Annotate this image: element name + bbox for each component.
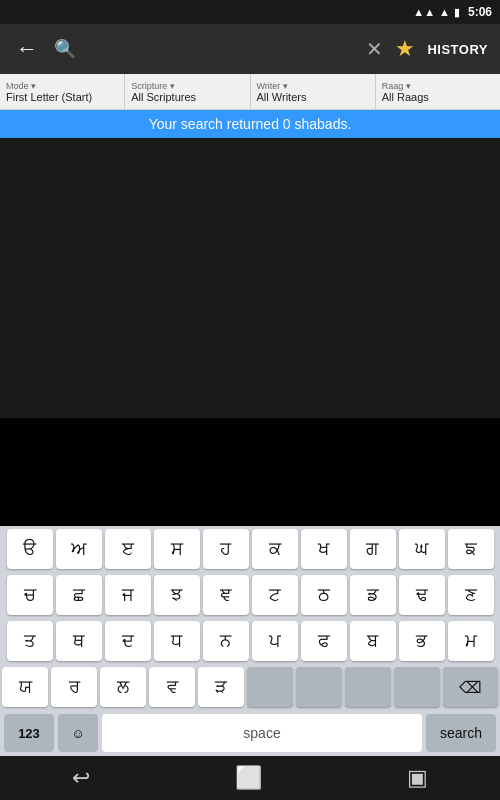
- filter-scripture-value: All Scriptures: [131, 91, 243, 103]
- key-21[interactable]: ਥ: [56, 621, 102, 661]
- status-bar: ▲▲ ▲ ▮ 5:06: [0, 0, 500, 24]
- key-13[interactable]: ਝ: [154, 575, 200, 615]
- key-0[interactable]: ੳ: [7, 529, 53, 569]
- nav-bar: ↩ ⬜ ▣: [0, 756, 500, 800]
- key-33[interactable]: ਵ: [149, 667, 195, 707]
- key-22[interactable]: ਦ: [105, 621, 151, 661]
- search-icon: 🔍: [54, 38, 76, 60]
- history-button[interactable]: HISTORY: [427, 42, 488, 57]
- keyboard-row-1: ੳ ਅ ੲ ਸ ਹ ਕ ਖ ਗ ਘ ਙ: [0, 526, 500, 572]
- status-time: 5:06: [468, 5, 492, 19]
- key-17[interactable]: ਡ: [350, 575, 396, 615]
- key-19[interactable]: ਣ: [448, 575, 494, 615]
- filter-scripture[interactable]: Scripture ▾ All Scriptures: [125, 74, 250, 109]
- filter-writer[interactable]: Writer ▾ All Writers: [251, 74, 376, 109]
- key-29[interactable]: ਮ: [448, 621, 494, 661]
- key-4[interactable]: ਹ: [203, 529, 249, 569]
- key-26[interactable]: ਫ: [301, 621, 347, 661]
- back-button[interactable]: ←: [12, 32, 42, 66]
- key-23[interactable]: ਧ: [154, 621, 200, 661]
- key-34[interactable]: ੜ: [198, 667, 244, 707]
- key-6[interactable]: ਖ: [301, 529, 347, 569]
- filter-raag-value: All Raags: [382, 91, 494, 103]
- numeric-key[interactable]: 123: [4, 714, 54, 752]
- nav-home-button[interactable]: ⬜: [219, 759, 278, 797]
- key-14[interactable]: ਞ: [203, 575, 249, 615]
- key-24[interactable]: ਨ: [203, 621, 249, 661]
- key-3[interactable]: ਸ: [154, 529, 200, 569]
- nav-back-button[interactable]: ↩: [56, 759, 106, 797]
- key-16[interactable]: ਠ: [301, 575, 347, 615]
- key-8[interactable]: ਘ: [399, 529, 445, 569]
- filter-mode[interactable]: Mode ▾ First Letter (Start): [0, 74, 125, 109]
- key-blank-1: [247, 667, 293, 707]
- special-key[interactable]: ☺: [58, 714, 98, 752]
- key-28[interactable]: ਭ: [399, 621, 445, 661]
- key-10[interactable]: ਚ: [7, 575, 53, 615]
- search-bar: ← 🔍 ✕ ★ HISTORY: [0, 24, 500, 74]
- filter-raag-label: Raag ▾: [382, 81, 494, 91]
- key-31[interactable]: ਰ: [51, 667, 97, 707]
- filter-writer-label: Writer ▾: [257, 81, 369, 91]
- nav-recent-button[interactable]: ▣: [391, 759, 444, 797]
- signal-icon: ▲▲: [413, 6, 435, 18]
- key-7[interactable]: ਗ: [350, 529, 396, 569]
- key-9[interactable]: ਙ: [448, 529, 494, 569]
- keyboard: ੳ ਅ ੲ ਸ ਹ ਕ ਖ ਗ ਘ ਙ ਚ ਛ ਜ ਝ ਞ ਟ ਠ ਡ ਢ ਣ …: [0, 526, 500, 756]
- filter-scripture-label: Scripture ▾: [131, 81, 243, 91]
- filter-mode-value: First Letter (Start): [6, 91, 118, 103]
- key-blank-3: [345, 667, 391, 707]
- key-blank-2: [296, 667, 342, 707]
- key-25[interactable]: ਪ: [252, 621, 298, 661]
- key-32[interactable]: ਲ: [100, 667, 146, 707]
- filter-writer-value: All Writers: [257, 91, 369, 103]
- key-27[interactable]: ਬ: [350, 621, 396, 661]
- key-blank-4: [394, 667, 440, 707]
- key-11[interactable]: ਛ: [56, 575, 102, 615]
- filter-mode-label: Mode ▾: [6, 81, 118, 91]
- keyboard-row-4: ਯ ਰ ਲ ਵ ੜ ⌫: [0, 664, 500, 710]
- battery-icon: ▮: [454, 6, 460, 19]
- filter-row: Mode ▾ First Letter (Start) Scripture ▾ …: [0, 74, 500, 110]
- main-content: [0, 138, 500, 418]
- keyboard-actions: 123 ☺ space search: [0, 710, 500, 756]
- star-button[interactable]: ★: [395, 36, 415, 62]
- backspace-button[interactable]: ⌫: [443, 667, 498, 707]
- key-15[interactable]: ਟ: [252, 575, 298, 615]
- key-1[interactable]: ਅ: [56, 529, 102, 569]
- key-2[interactable]: ੲ: [105, 529, 151, 569]
- result-banner: Your search returned 0 shabads.: [0, 110, 500, 138]
- filter-raag[interactable]: Raag ▾ All Raags: [376, 74, 500, 109]
- key-5[interactable]: ਕ: [252, 529, 298, 569]
- key-20[interactable]: ਤ: [7, 621, 53, 661]
- keyboard-row-3: ਤ ਥ ਦ ਧ ਨ ਪ ਫ ਬ ਭ ਮ: [0, 618, 500, 664]
- search-key[interactable]: search: [426, 714, 496, 752]
- key-12[interactable]: ਜ: [105, 575, 151, 615]
- key-18[interactable]: ਢ: [399, 575, 445, 615]
- clear-button[interactable]: ✕: [366, 37, 383, 61]
- wifi-icon: ▲: [439, 6, 450, 18]
- key-30[interactable]: ਯ: [2, 667, 48, 707]
- search-input[interactable]: [88, 31, 354, 67]
- space-key[interactable]: space: [102, 714, 422, 752]
- keyboard-row-2: ਚ ਛ ਜ ਝ ਞ ਟ ਠ ਡ ਢ ਣ: [0, 572, 500, 618]
